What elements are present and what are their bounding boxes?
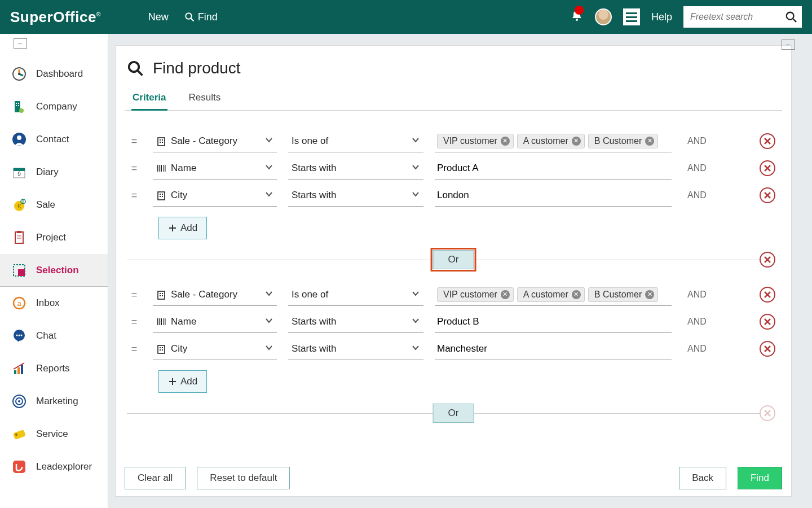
- drag-handle[interactable]: =: [127, 135, 142, 147]
- remove-row-button[interactable]: [760, 133, 775, 149]
- find-submit-button[interactable]: Find: [738, 467, 782, 489]
- field-select[interactable]: City: [153, 338, 277, 360]
- value-input[interactable]: [437, 316, 669, 327]
- field-select[interactable]: Name: [153, 157, 277, 179]
- sidebar-item-chat[interactable]: Chat: [0, 319, 108, 352]
- main-menu-button[interactable]: [623, 8, 640, 25]
- value-cell[interactable]: [435, 338, 672, 360]
- operator-select[interactable]: Starts with: [288, 184, 423, 207]
- remove-row-button: [760, 405, 775, 421]
- sidebar-item-sale[interactable]: €$Sale: [0, 189, 108, 221]
- marketing-icon: [11, 393, 27, 409]
- help-link[interactable]: Help: [651, 11, 672, 23]
- group-divider: Or: [127, 252, 780, 268]
- criteria-row: = Sale - Category Is one of VIP customer…: [127, 281, 780, 308]
- chip-remove[interactable]: ✕: [501, 290, 510, 299]
- footer: Clear all Reset to default Back Find: [125, 460, 782, 489]
- building-icon: [156, 190, 166, 200]
- chip-remove[interactable]: ✕: [645, 290, 654, 299]
- field-label: Sale - Category: [171, 289, 237, 300]
- svg-rect-39: [18, 269, 25, 276]
- sidebar-item-diary[interactable]: 9Diary: [0, 156, 108, 189]
- drag-handle[interactable]: =: [127, 190, 142, 202]
- sidebar-item-service[interactable]: Service: [0, 418, 108, 450]
- criteria-group: = Sale - Category Is one of VIP customer…: [127, 117, 780, 248]
- value-cell[interactable]: [435, 310, 672, 333]
- remove-row-button[interactable]: [760, 187, 775, 203]
- drag-handle[interactable]: =: [127, 343, 142, 355]
- value-cell[interactable]: [435, 184, 672, 207]
- svg-rect-35: [17, 231, 21, 233]
- sidebar-item-leadexplorer[interactable]: Leadexplorer: [0, 450, 108, 483]
- avatar[interactable]: [595, 8, 612, 25]
- add-criteria-button[interactable]: Add: [158, 370, 207, 393]
- sidebar-item-inbox[interactable]: aInbox: [0, 287, 108, 319]
- operator-select[interactable]: Starts with: [288, 310, 423, 333]
- value-cell[interactable]: VIP customer✕A customer✕B Customer✕: [435, 130, 672, 152]
- add-criteria-button[interactable]: Add: [158, 217, 207, 239]
- search-icon: [127, 60, 144, 77]
- remove-row-button[interactable]: [760, 341, 775, 357]
- field-select[interactable]: Sale - Category: [153, 130, 277, 152]
- remove-row-button[interactable]: [760, 287, 775, 303]
- value-input[interactable]: [437, 343, 669, 354]
- chip-remove[interactable]: ✕: [645, 137, 654, 146]
- svg-point-51: [18, 400, 20, 402]
- operator-select[interactable]: Is one of: [288, 130, 423, 152]
- tab-results[interactable]: Results: [188, 89, 222, 110]
- logic-label: AND: [683, 190, 711, 200]
- drag-handle[interactable]: =: [127, 163, 142, 174]
- right-panel-collapse[interactable]: [782, 40, 795, 50]
- sidebar-item-contact[interactable]: Contact: [0, 123, 108, 156]
- field-select[interactable]: Name: [153, 310, 277, 333]
- svg-point-16: [576, 19, 578, 21]
- drag-handle[interactable]: =: [127, 289, 142, 301]
- remove-row-button[interactable]: [760, 160, 775, 176]
- search-icon: [785, 11, 797, 23]
- value-input[interactable]: [437, 190, 669, 201]
- sidebar-collapse[interactable]: [14, 38, 27, 49]
- notifications-button[interactable]: [570, 9, 584, 25]
- value-input[interactable]: [437, 163, 669, 174]
- find-button[interactable]: Find: [184, 11, 218, 23]
- field-select[interactable]: City: [153, 184, 277, 207]
- or-separator[interactable]: Or: [433, 404, 474, 423]
- operator-label: Starts with: [292, 316, 336, 327]
- remove-row-button[interactable]: [760, 252, 775, 268]
- chip-remove[interactable]: ✕: [572, 290, 581, 299]
- chevron-down-icon: [411, 343, 420, 354]
- svg-point-45: [21, 335, 23, 336]
- or-separator[interactable]: Or: [433, 250, 474, 269]
- drag-handle[interactable]: =: [127, 316, 142, 328]
- sidebar-item-company[interactable]: Company: [0, 90, 108, 123]
- sidebar-item-selection[interactable]: Selection: [0, 254, 108, 287]
- sidebar-item-label: Leadexplorer: [36, 461, 92, 472]
- sidebar-item-dashboard[interactable]: Dashboard: [0, 58, 108, 90]
- field-select[interactable]: Sale - Category: [153, 283, 277, 306]
- logic-label: AND: [683, 344, 711, 354]
- criteria-group: = Sale - Category Is one of VIP customer…: [127, 271, 780, 402]
- plus-icon: [135, 12, 145, 22]
- back-button[interactable]: Back: [679, 467, 726, 489]
- freetext-search-input[interactable]: [683, 6, 802, 28]
- operator-select[interactable]: Is one of: [288, 283, 423, 306]
- value-cell[interactable]: [435, 157, 672, 179]
- new-button[interactable]: New: [135, 11, 169, 23]
- sidebar-item-reports[interactable]: Reports: [0, 352, 108, 385]
- svg-rect-48: [21, 365, 23, 374]
- tab-criteria[interactable]: Criteria: [131, 89, 167, 111]
- operator-select[interactable]: Starts with: [288, 338, 423, 360]
- operator-label: Starts with: [292, 343, 336, 354]
- sidebar-item-project[interactable]: Project: [0, 221, 108, 254]
- value-cell[interactable]: VIP customer✕A customer✕B Customer✕: [435, 283, 672, 306]
- freetext-search[interactable]: [683, 6, 802, 28]
- chip-remove[interactable]: ✕: [572, 137, 581, 146]
- operator-select[interactable]: Starts with: [288, 157, 423, 179]
- chevron-down-icon: [411, 289, 420, 300]
- reset-default-button[interactable]: Reset to default: [197, 467, 290, 489]
- remove-row-button[interactable]: [760, 314, 775, 330]
- clear-all-button[interactable]: Clear all: [125, 467, 186, 489]
- chip-remove[interactable]: ✕: [501, 137, 510, 146]
- chevron-down-icon: [411, 135, 420, 147]
- sidebar-item-marketing[interactable]: Marketing: [0, 385, 108, 418]
